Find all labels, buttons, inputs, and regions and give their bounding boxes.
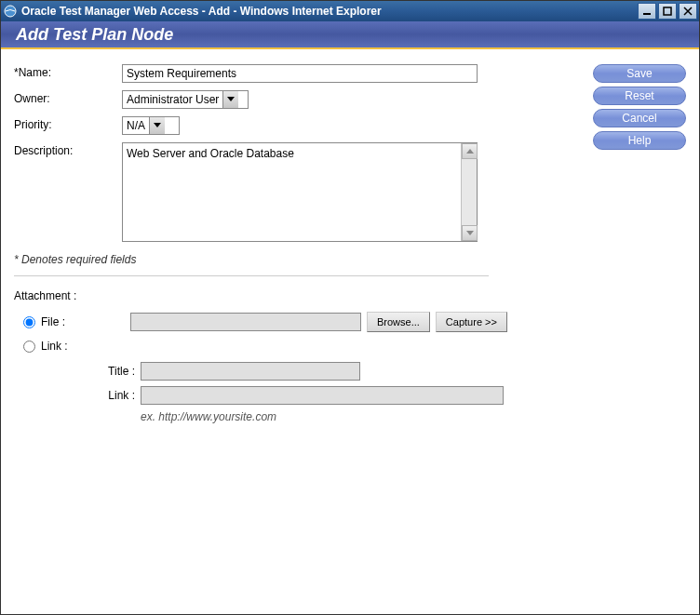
required-fields-note: * Denotes required fields bbox=[14, 253, 574, 266]
chevron-down-icon bbox=[222, 91, 238, 108]
owner-select[interactable]: Administrator User bbox=[122, 90, 249, 109]
link-example-text: ex. http://www.yoursite.com bbox=[141, 410, 574, 423]
maximize-button[interactable] bbox=[658, 3, 677, 20]
description-textarea[interactable] bbox=[123, 143, 461, 241]
svg-rect-2 bbox=[664, 7, 671, 15]
priority-select-value: N/A bbox=[123, 119, 149, 132]
titlebar: Oracle Test Manager Web Access - Add - W… bbox=[1, 1, 699, 21]
window-controls bbox=[638, 3, 697, 20]
link-input[interactable] bbox=[141, 386, 504, 405]
form-area: *Name: Owner: Administrator User Priorit… bbox=[14, 64, 574, 599]
priority-label: Priority: bbox=[14, 116, 122, 131]
attachment-section-label: Attachment : bbox=[14, 289, 574, 302]
cancel-button[interactable]: Cancel bbox=[593, 109, 686, 127]
title-field-label: Title : bbox=[90, 365, 141, 378]
ie-icon bbox=[3, 4, 18, 19]
file-radio-label: File : bbox=[41, 315, 130, 328]
capture-button[interactable]: Capture >> bbox=[436, 312, 507, 332]
page-title: Add Test Plan Node bbox=[16, 25, 173, 45]
minimize-button[interactable] bbox=[638, 3, 656, 20]
close-button[interactable] bbox=[679, 3, 697, 20]
chevron-down-icon bbox=[149, 117, 165, 134]
name-label: *Name: bbox=[14, 64, 122, 79]
browser-window: Oracle Test Manager Web Access - Add - W… bbox=[0, 0, 700, 615]
priority-select[interactable]: N/A bbox=[122, 116, 180, 135]
name-input[interactable] bbox=[122, 64, 478, 83]
owner-label: Owner: bbox=[14, 90, 122, 105]
link-field-label: Link : bbox=[90, 389, 141, 402]
file-radio[interactable] bbox=[23, 316, 35, 328]
owner-select-value: Administrator User bbox=[123, 93, 222, 106]
help-button[interactable]: Help bbox=[593, 131, 686, 150]
scrollbar[interactable] bbox=[461, 143, 477, 241]
svg-rect-1 bbox=[643, 13, 651, 15]
scroll-down-icon[interactable] bbox=[462, 225, 478, 241]
file-path-input[interactable] bbox=[130, 313, 361, 331]
content-area: *Name: Owner: Administrator User Priorit… bbox=[1, 49, 699, 614]
separator bbox=[14, 275, 489, 276]
title-input[interactable] bbox=[141, 362, 360, 381]
browse-button[interactable]: Browse... bbox=[367, 312, 430, 332]
save-button[interactable]: Save bbox=[593, 64, 686, 83]
window-title: Oracle Test Manager Web Access - Add - W… bbox=[21, 5, 638, 18]
link-radio-label: Link : bbox=[41, 340, 130, 353]
action-buttons: Save Reset Cancel Help bbox=[593, 64, 686, 599]
reset-button[interactable]: Reset bbox=[593, 87, 686, 105]
description-label: Description: bbox=[14, 142, 122, 157]
description-textarea-wrapper bbox=[122, 142, 478, 242]
page-header: Add Test Plan Node bbox=[1, 21, 699, 49]
link-radio[interactable] bbox=[23, 341, 35, 353]
attachment-section: Attachment : File : Browse... Capture >>… bbox=[14, 289, 574, 423]
scroll-up-icon[interactable] bbox=[462, 143, 478, 159]
